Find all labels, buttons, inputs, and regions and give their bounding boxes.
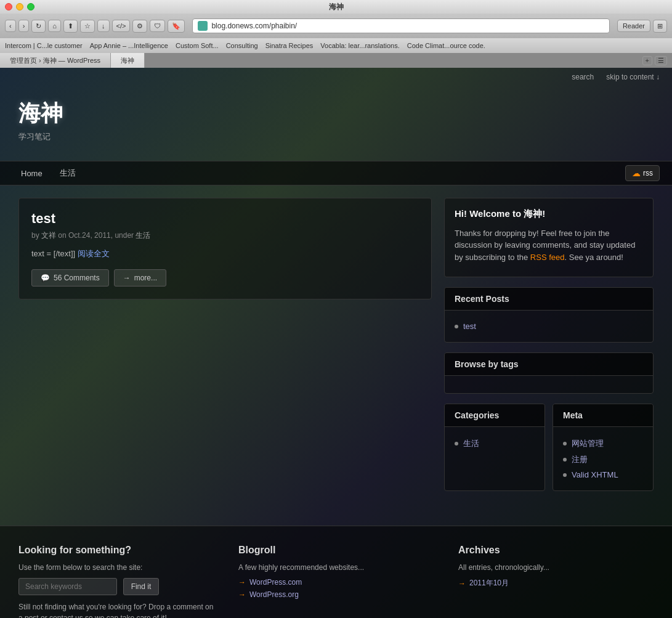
read-more-link[interactable]: 阅读全文: [78, 249, 110, 258]
find-it-button[interactable]: Find it: [123, 578, 160, 595]
site-nav: Home 生活 ☁ rss: [0, 161, 672, 185]
bookmarks-bar: Intercom | C...le customer App Annie – .…: [0, 38, 672, 53]
bookmark-customsoft[interactable]: Custom Soft...: [176, 42, 219, 49]
rss-button[interactable]: ☁ rss: [625, 165, 660, 181]
blogroll-link-wporg-label: WordPress.org: [249, 590, 299, 599]
meta-header: Meta: [553, 404, 653, 427]
more-label: more...: [134, 274, 157, 282]
welcome-widget: Hi! Welcome to 海神! Thanks for dropping b…: [444, 198, 654, 277]
tab-list-button[interactable]: ☰: [655, 56, 667, 65]
nav-home[interactable]: Home: [12, 163, 51, 184]
search-input[interactable]: [18, 578, 117, 595]
footer-search-title: Looking for something?: [18, 545, 214, 556]
footer-blogroll-title: Blogroll: [238, 545, 434, 556]
tab-haishen[interactable]: 海神: [111, 53, 145, 68]
browse-by-tags-widget: Browse by tags: [444, 352, 654, 394]
blogroll-link-wpcom[interactable]: → WordPress.com: [238, 578, 434, 587]
footer-search-form: Find it: [18, 578, 214, 595]
comments-icon: 💬: [41, 274, 50, 282]
back-button[interactable]: ‹: [5, 20, 16, 32]
refresh-button[interactable]: ↻: [31, 20, 46, 33]
welcome-widget-body: Hi! Welcome to 海神! Thanks for dropping b…: [445, 198, 653, 277]
archive-link-oct2011[interactable]: → 2011年10月: [458, 578, 654, 588]
categories-header: Categories: [445, 404, 544, 427]
footer-archives-title: Archives: [458, 545, 654, 556]
skip-to-content-link[interactable]: skip to content ↓: [606, 73, 660, 81]
list-item: 网站管理: [563, 436, 643, 452]
sidebar: Hi! Welcome to 海神! Thanks for dropping b…: [444, 198, 654, 501]
rss-label: rss: [643, 169, 653, 177]
window-title: 海神: [329, 2, 344, 12]
rss-icon: ☁: [632, 168, 641, 178]
share-button[interactable]: ⬆: [63, 20, 78, 33]
more-icon: →: [123, 274, 131, 282]
reader-button[interactable]: Reader: [617, 20, 650, 32]
code-button[interactable]: </>: [112, 20, 131, 32]
recent-post-link[interactable]: test: [463, 322, 476, 331]
close-button[interactable]: [5, 3, 12, 10]
recent-posts-list: test: [455, 319, 643, 333]
bookmark-vocabla[interactable]: Vocabla: lear...ranslations.: [320, 42, 399, 49]
search-link[interactable]: search: [572, 73, 594, 81]
bullet-icon: [563, 473, 567, 477]
comments-button[interactable]: 💬 56 Comments: [31, 269, 109, 287]
site-footer: Looking for something? Use the form belo…: [0, 526, 672, 618]
bookmark-manager-button[interactable]: 🔖: [168, 20, 185, 33]
site-subtitle: 学习笔记: [18, 131, 654, 142]
categories-body: 生活: [445, 427, 544, 460]
bullet-icon: [563, 458, 567, 461]
footer-archives-col: Archives All entries, chronologically...…: [458, 545, 654, 618]
bookmark-intercom[interactable]: Intercom | C...le customer: [5, 42, 83, 49]
post-title: test: [31, 211, 419, 227]
post-body: text = [/text]] 阅读全文: [31, 248, 419, 259]
post-actions: 💬 56 Comments → more...: [31, 269, 419, 287]
recent-posts-body: test: [445, 311, 653, 342]
main-content: test by 文祥 on Oct.24, 2011, under 生活 tex…: [18, 198, 432, 501]
list-item: Valid XHTML: [563, 468, 643, 482]
archive-link-label: 2011年10月: [469, 578, 509, 588]
category-link[interactable]: 生活: [463, 438, 479, 449]
meta-link-admin[interactable]: 网站管理: [572, 438, 604, 449]
bookmark-codeclimate[interactable]: Code Climat...ource code.: [407, 42, 485, 49]
blogroll-link-wpcom-label: WordPress.com: [249, 578, 302, 587]
list-item: test: [455, 319, 643, 333]
browser-toolbar: ‹ › ↻ ⌂ ⬆ ☆ ↓ </> ⚙ 🛡 🔖 blog.donews.com/…: [0, 14, 672, 38]
tabs-bar: 管理首页 › 海神 — WordPress 海神 + ☰: [0, 53, 672, 68]
forward-button[interactable]: ›: [18, 20, 30, 32]
tab-wordpress-admin[interactable]: 管理首页 › 海神 — WordPress: [0, 53, 111, 68]
bookmark-sinatra[interactable]: Sinatra Recipes: [265, 42, 314, 49]
post-category-link[interactable]: 生活: [136, 231, 150, 240]
maximize-button[interactable]: [27, 3, 34, 10]
footer-blogroll-desc: A few highly recommended websites...: [238, 562, 434, 573]
minimize-button[interactable]: [16, 3, 23, 10]
comments-label: 56 Comments: [54, 274, 100, 282]
list-item: 注册: [563, 452, 643, 468]
meta-list: 网站管理 注册 Valid XHTML: [563, 436, 643, 482]
footer-still-not-text: Still not finding what you're looking fo…: [18, 601, 214, 618]
list-item: 生活: [455, 436, 535, 452]
footer-search-col: Looking for something? Use the form belo…: [18, 545, 214, 618]
extensions-icon[interactable]: ⊞: [653, 20, 667, 33]
home-button[interactable]: ⌂: [48, 20, 61, 32]
bullet-icon: [455, 325, 458, 328]
bookmark-button[interactable]: ☆: [80, 20, 95, 33]
blogroll-link-wporg[interactable]: → WordPress.org: [238, 590, 434, 599]
shield-button[interactable]: 🛡: [150, 20, 165, 32]
more-button[interactable]: → more...: [114, 269, 166, 287]
footer-archives-desc: All entries, chronologically...: [458, 562, 654, 573]
meta-link-xhtml[interactable]: Valid XHTML: [572, 470, 618, 479]
extension-button[interactable]: ⚙: [132, 20, 147, 33]
nav-shenghuo[interactable]: 生活: [51, 161, 84, 185]
post-author-link[interactable]: 文祥: [41, 231, 56, 240]
site-header: 海神 学习笔记: [0, 86, 672, 161]
bookmark-consulting[interactable]: Consulting: [226, 42, 258, 49]
address-bar[interactable]: blog.donews.com/phaibin/: [192, 18, 610, 33]
meta-link-register[interactable]: 注册: [572, 454, 588, 465]
download-button[interactable]: ↓: [97, 20, 110, 32]
bookmark-appannie[interactable]: App Annie – ...Intelligence: [90, 42, 168, 49]
footer-search-desc: Use the form below to search the site:: [18, 562, 214, 573]
site-content: test by 文祥 on Oct.24, 2011, under 生活 tex…: [6, 185, 666, 513]
new-tab-button[interactable]: +: [642, 56, 652, 65]
two-col-widgets: Categories 生活 Meta: [444, 404, 654, 501]
rss-feed-link[interactable]: RSS feed: [530, 253, 565, 262]
